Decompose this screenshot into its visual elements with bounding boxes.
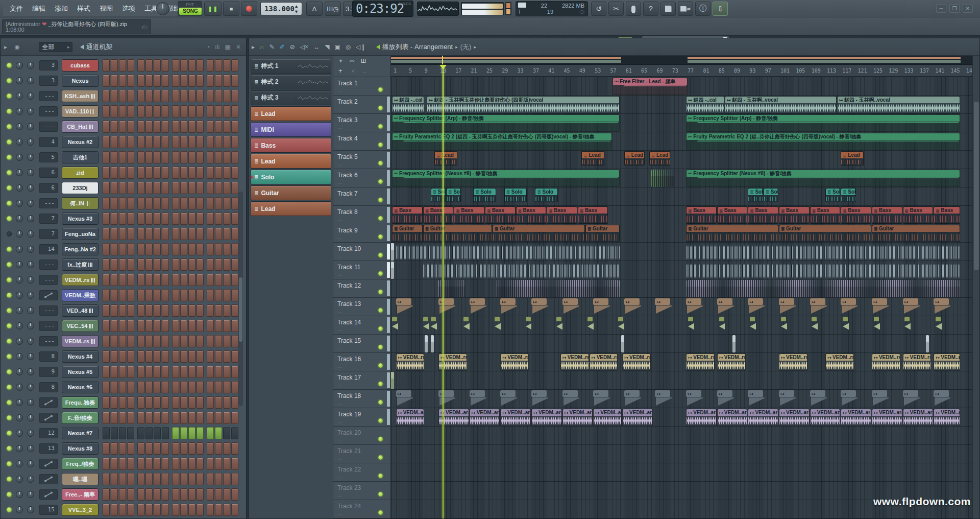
step-cell[interactable] (154, 396, 161, 409)
volume-knob[interactable] (27, 353, 34, 360)
step-cell[interactable] (172, 304, 179, 317)
track-header-21[interactable]: Track 21⋯ (333, 445, 391, 463)
clip-Bass[interactable]: Bass (717, 206, 748, 224)
step-cell[interactable] (127, 75, 134, 87)
step-cell[interactable] (162, 90, 169, 102)
step-cell[interactable] (188, 75, 195, 87)
track-header-15[interactable]: Track 15⋯ (333, 335, 391, 353)
step-cell[interactable] (188, 243, 195, 255)
track-options-icon[interactable]: ⋯ (337, 512, 342, 517)
step-cell[interactable] (215, 381, 222, 393)
step-cell[interactable] (137, 442, 144, 455)
step-cell[interactable] (231, 167, 238, 179)
step-cell[interactable] (231, 442, 238, 455)
step-cell[interactable] (137, 105, 144, 117)
select-tool-icon[interactable]: ▣ (334, 43, 340, 51)
step-cell[interactable] (119, 320, 126, 332)
step-cell[interactable] (207, 442, 214, 455)
step-cell[interactable] (188, 90, 195, 102)
pan-knob[interactable] (16, 261, 23, 268)
playlist-row-7[interactable]: SoloSoloSoloSoloSoloSoloSoloSoloSolo (391, 187, 972, 206)
trash-icon[interactable]: 🝭 (141, 23, 148, 31)
chevron-right-icon[interactable]: ▸ (4, 43, 7, 51)
step-cell[interactable] (145, 488, 153, 501)
step-cell[interactable] (223, 442, 230, 455)
channel-target-display[interactable] (39, 459, 58, 469)
step-cell[interactable] (215, 442, 222, 455)
step-cell[interactable] (103, 427, 110, 439)
clip-VEDM..ars[interactable]: VEDM..ars (531, 409, 562, 426)
clip-VEDM..rs[interactable]: VEDM..rs (590, 353, 618, 371)
step-cell[interactable] (145, 59, 153, 72)
step-cell[interactable] (231, 197, 238, 209)
volume-knob[interactable] (27, 92, 34, 100)
pan-knob[interactable] (16, 399, 23, 406)
step-cell[interactable] (172, 90, 179, 102)
step-cell[interactable] (162, 488, 169, 501)
clip-Bass[interactable]: Bass (516, 206, 547, 224)
step-cell[interactable] (172, 366, 179, 378)
minimize-button[interactable]: ─ (936, 4, 946, 13)
channel-filter-dropdown[interactable]: 全部▸ (39, 42, 72, 52)
oscilloscope[interactable] (417, 2, 459, 16)
save-new-version-button[interactable]: ⇄ (678, 2, 693, 16)
volume-knob[interactable] (27, 399, 34, 406)
volume-knob[interactable] (27, 261, 34, 268)
track-options-icon[interactable]: ⋯ (337, 402, 342, 407)
clip[interactable] (618, 317, 624, 332)
volume-knob[interactable] (27, 169, 34, 176)
step-cell[interactable] (180, 136, 187, 148)
step-cell[interactable] (172, 197, 179, 209)
pan-knob[interactable] (16, 506, 23, 513)
step-cell[interactable] (180, 473, 187, 485)
step-cell[interactable] (162, 442, 169, 455)
playlist-scrollbar[interactable] (972, 56, 979, 518)
clip[interactable] (423, 317, 429, 332)
track-mute-led[interactable] (378, 400, 383, 405)
track-header-9[interactable]: Track 9⋯ (333, 224, 391, 243)
step-cell[interactable] (119, 458, 126, 470)
bpm-display[interactable]: 138.000⯅⯆ (260, 2, 302, 15)
step-cell[interactable] (127, 366, 134, 378)
step-cell[interactable] (207, 412, 214, 424)
step-cell[interactable] (231, 335, 238, 347)
record-button[interactable] (241, 2, 257, 16)
step-cell[interactable] (197, 228, 204, 240)
track-options-icon[interactable]: ⋯ (337, 438, 342, 443)
step-cell[interactable] (119, 381, 126, 393)
pattern-item-Guitar[interactable]: ≣Guitar (251, 185, 331, 200)
step-cell[interactable] (180, 458, 187, 470)
channel-target-display[interactable]: 7 (39, 214, 58, 224)
step-cell[interactable] (127, 458, 134, 470)
channel-led[interactable] (7, 431, 12, 436)
step-cell[interactable] (127, 304, 134, 317)
channel-button[interactable]: Frequ..独奏 (62, 396, 99, 409)
pattern-item-Lead[interactable]: ≣Lead (251, 201, 331, 216)
clip[interactable] (748, 390, 765, 408)
channel-led[interactable] (7, 492, 12, 497)
channel-button[interactable]: Free..- 频率 (62, 488, 99, 501)
clip-Solo[interactable]: Solo (841, 188, 855, 202)
song-label[interactable]: SONG (179, 8, 202, 15)
step-cell[interactable] (119, 258, 126, 271)
step-cell[interactable] (145, 258, 153, 271)
step-cell[interactable] (154, 228, 161, 240)
playlist-row-20[interactable] (391, 427, 972, 445)
track-mute-led[interactable] (378, 124, 383, 129)
clip[interactable] (903, 390, 920, 408)
clip[interactable] (562, 390, 579, 408)
step-cell[interactable] (103, 304, 110, 317)
volume-knob[interactable] (27, 62, 34, 69)
clip[interactable] (497, 280, 620, 297)
track-mute-led[interactable] (378, 455, 383, 460)
step-cell[interactable] (119, 75, 126, 87)
step-cell[interactable] (231, 458, 238, 470)
step-cell[interactable] (145, 350, 153, 363)
channel-button[interactable]: 嘿..嘿 (62, 473, 99, 485)
step-cell[interactable] (172, 136, 179, 148)
rack-scrollbar[interactable] (238, 192, 243, 406)
step-cell[interactable] (127, 350, 134, 363)
track-mute-led[interactable] (378, 87, 383, 92)
clip[interactable] (810, 298, 827, 316)
pattern-item-样式 3[interactable]: ≣样式 3 (251, 90, 331, 105)
